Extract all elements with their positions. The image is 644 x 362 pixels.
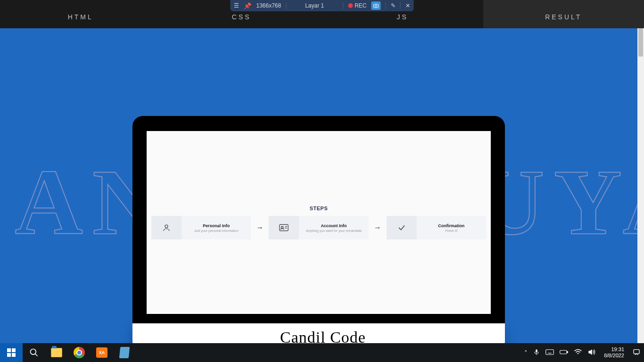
record-label: REC xyxy=(355,2,366,9)
app-button[interactable] xyxy=(113,343,136,362)
arrow-right-icon: → xyxy=(372,216,383,239)
record-button[interactable]: REC xyxy=(348,2,366,9)
windows-taskbar: XA ˄ 19:31 8/8/2022 xyxy=(0,343,644,362)
imac-chin: Candil Code xyxy=(132,323,505,343)
svg-rect-3 xyxy=(280,224,288,230)
imac-bezel: STEPS Personal Info Just your personal i… xyxy=(132,116,505,323)
arrow-right-icon: → xyxy=(255,216,265,239)
vertical-scrollbar[interactable] xyxy=(637,28,644,343)
chrome-icon xyxy=(74,347,85,358)
separator xyxy=(400,2,401,9)
svg-point-2 xyxy=(165,225,168,228)
user-icon xyxy=(151,216,182,239)
chevron-up-icon[interactable]: ˄ xyxy=(524,349,528,356)
step-confirmation[interactable]: Confirmation Finish it! xyxy=(387,216,486,239)
svg-point-4 xyxy=(281,226,283,228)
windows-icon xyxy=(7,348,16,357)
search-button[interactable] xyxy=(23,343,45,362)
step-subtitle: Anything you want for your credentials xyxy=(306,229,362,232)
step-title: Account Info xyxy=(321,223,347,228)
folder-icon xyxy=(51,348,62,357)
step-title: Confirmation xyxy=(438,223,464,228)
id-card-icon xyxy=(269,216,299,239)
step-subtitle: Finish it! xyxy=(445,229,457,232)
recorder-resolution: 644x362 xyxy=(256,2,281,9)
screen-recorder-toolbar[interactable]: ☰ 📌 644x362 Layar 1 REC ✎ ✕ xyxy=(230,0,413,11)
camera-icon[interactable] xyxy=(372,1,381,10)
taskbar-clock[interactable]: 19:31 8/8/2022 xyxy=(601,346,627,359)
check-icon xyxy=(387,216,417,239)
microphone-icon[interactable] xyxy=(533,348,540,357)
pencil-icon[interactable]: ✎ xyxy=(391,2,396,9)
menu-icon[interactable]: ☰ xyxy=(234,2,239,9)
close-icon[interactable]: ✕ xyxy=(405,2,410,9)
step-text: Confirmation Finish it! xyxy=(417,216,486,239)
step-subtitle: Just your personal information xyxy=(194,229,239,232)
pin-icon[interactable]: 📌 xyxy=(244,2,251,9)
imac-mockup: STEPS Personal Info Just your personal i… xyxy=(132,116,505,343)
svg-rect-17 xyxy=(560,350,567,354)
clock-time: 19:31 xyxy=(604,346,624,353)
result-viewport: CANDIL KUYA STEPS Personal Info Just you… xyxy=(0,28,637,343)
step-account-info[interactable]: Account Info Anything you want for your … xyxy=(269,216,368,239)
svg-rect-11 xyxy=(546,349,554,354)
svg-rect-20 xyxy=(634,349,639,354)
step-personal-info[interactable]: Personal Info Just your personal informa… xyxy=(151,216,251,239)
svg-marker-19 xyxy=(589,349,592,355)
volume-icon[interactable] xyxy=(588,349,595,357)
recorder-layer-label[interactable]: Layar 1 xyxy=(291,2,338,9)
separator xyxy=(386,2,386,9)
separator xyxy=(286,2,286,9)
step-title: Personal Info xyxy=(203,223,230,228)
step-text: Personal Info Just your personal informa… xyxy=(182,216,251,239)
app-icon xyxy=(119,347,130,358)
step-text: Account Info Anything you want for your … xyxy=(299,216,368,239)
battery-icon[interactable] xyxy=(560,349,568,356)
scrollbar-thumb[interactable] xyxy=(638,28,643,57)
svg-line-8 xyxy=(35,354,38,356)
clock-date: 8/8/2022 xyxy=(604,353,624,359)
imac-screen: STEPS Personal Info Just your personal i… xyxy=(147,131,491,314)
steps-row: Personal Info Just your personal informa… xyxy=(147,216,491,239)
file-explorer-button[interactable] xyxy=(45,343,68,362)
xampp-button[interactable]: XA xyxy=(91,343,113,362)
steps-section: STEPS Personal Info Just your personal i… xyxy=(147,206,491,239)
svg-point-1 xyxy=(375,5,377,7)
svg-rect-18 xyxy=(567,351,568,353)
notifications-icon[interactable] xyxy=(633,348,640,357)
svg-rect-9 xyxy=(536,349,537,353)
wifi-icon[interactable] xyxy=(574,349,582,357)
start-button[interactable] xyxy=(0,343,23,362)
steps-heading: STEPS xyxy=(147,206,491,211)
svg-point-7 xyxy=(31,349,36,355)
keyboard-icon[interactable] xyxy=(545,349,554,356)
tab-result[interactable]: RESULT xyxy=(483,0,644,28)
brand-label: Candil Code xyxy=(280,329,366,343)
system-tray: ˄ 19:31 8/8/2022 xyxy=(520,346,644,359)
chrome-button[interactable] xyxy=(68,343,91,362)
record-dot-icon xyxy=(348,3,353,8)
tab-html[interactable]: HTML xyxy=(0,0,161,28)
xampp-icon: XA xyxy=(96,347,107,358)
separator xyxy=(343,2,343,9)
